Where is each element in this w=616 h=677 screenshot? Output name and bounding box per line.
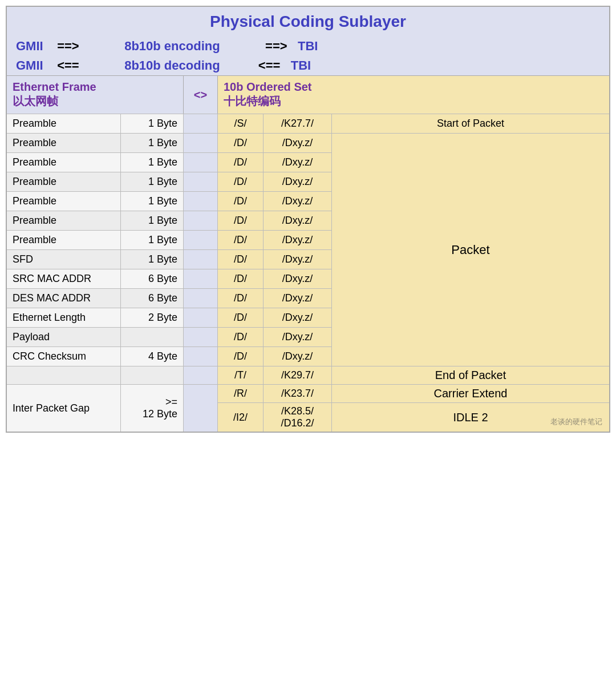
row-7-arrow	[184, 230, 218, 249]
row-5-code2: /Dxy.z/	[264, 191, 332, 211]
ipg-size: >= 12 Byte	[121, 384, 184, 432]
row-2-name: Preamble	[7, 133, 121, 152]
tbi-label-1: TBI	[291, 39, 318, 53]
row-9-name: SRC MAC ADDR	[7, 269, 121, 288]
row-6-code2: /Dxy.z/	[264, 211, 332, 230]
code-label: 10b Ordered Set	[224, 80, 603, 94]
row-14-arrow	[184, 366, 218, 384]
row-12-code2: /Dxy.z/	[264, 327, 332, 346]
ipg-name: Inter Packet Gap	[7, 384, 121, 432]
row-15-code1: /R/	[218, 384, 264, 402]
row-2-code1: /D/	[218, 133, 264, 152]
row-13-code1: /D/	[218, 346, 264, 366]
row-4-code2: /Dxy.z/	[264, 172, 332, 191]
dir-forward-2: ==>	[265, 39, 287, 53]
row-15-code2: /K23.7/	[264, 384, 332, 402]
row-8-name: SFD	[7, 249, 121, 269]
row-5-size: 1 Byte	[121, 191, 184, 211]
dir-backward-2: <==	[258, 58, 281, 72]
header-arrow: <>	[184, 76, 218, 114]
row-11-arrow	[184, 308, 218, 327]
row-7-code2: /Dxy.z/	[264, 230, 332, 249]
gmii-label-1: GMII	[16, 39, 57, 53]
row-3-arrow	[184, 152, 218, 172]
row-13-name: CRC Checksum	[7, 346, 121, 366]
row-16-code1: /I2/	[218, 402, 264, 432]
row-11-name: Ethernet Length	[7, 308, 121, 327]
row-7-code1: /D/	[218, 230, 264, 249]
eth-label: Ethernet Frame	[13, 80, 177, 94]
row-12-code1: /D/	[218, 327, 264, 346]
row-1-arrow	[184, 114, 218, 133]
row-10-size: 6 Byte	[121, 288, 184, 308]
main-grid: Preamble 1 Byte /S/ /K27.7/ Start of Pac…	[7, 114, 609, 432]
table-body: Preamble 1 Byte /S/ /K27.7/ Start of Pac…	[7, 114, 609, 432]
main-container: Physical Coding Sublayer GMII ==> 8b10b …	[6, 6, 610, 433]
row-6-size: 1 Byte	[121, 211, 184, 230]
row-1-code1: /S/	[218, 114, 264, 133]
encoding-row-2: GMII <== 8b10b decoding <== TBI	[7, 56, 609, 75]
row-13-arrow	[184, 346, 218, 366]
row-14-size	[121, 366, 184, 384]
row-9-code2: /Dxy.z/	[264, 269, 332, 288]
row-4-name: Preamble	[7, 172, 121, 191]
gmii-label-2: GMII	[16, 58, 57, 72]
row-11-code2: /Dxy.z/	[264, 308, 332, 327]
row-1-code2: /K27.7/	[264, 114, 332, 133]
row-9-code1: /D/	[218, 269, 264, 288]
row-4-code1: /D/	[218, 172, 264, 191]
row-12-size	[121, 327, 184, 346]
eth-sub: 以太网帧	[13, 94, 177, 109]
row-4-arrow	[184, 172, 218, 191]
code-sub: 十比特编码	[224, 94, 603, 109]
row-4-size: 1 Byte	[121, 172, 184, 191]
row-14-code1: /T/	[218, 366, 264, 384]
row-2-size: 1 Byte	[121, 133, 184, 152]
row-6-name: Preamble	[7, 211, 121, 230]
code2-line1: /K28.5/	[281, 405, 314, 417]
title-row: Physical Coding Sublayer	[7, 7, 609, 37]
row-11-size: 2 Byte	[121, 308, 184, 327]
row-13-size: 4 Byte	[121, 346, 184, 366]
row-12-name: Payload	[7, 327, 121, 346]
row-12-arrow	[184, 327, 218, 346]
row-8-size: 1 Byte	[121, 249, 184, 269]
row-9-arrow	[184, 269, 218, 288]
row-3-code1: /D/	[218, 152, 264, 172]
page-title: Physical Coding Sublayer	[210, 13, 406, 30]
row-5-name: Preamble	[7, 191, 121, 211]
row-2-arrow	[184, 133, 218, 152]
packet-label: Packet	[332, 133, 609, 366]
row-5-arrow	[184, 191, 218, 211]
ipg-arrow	[184, 384, 218, 432]
encoding-row-1: GMII ==> 8b10b encoding ==> TBI	[7, 37, 609, 56]
row-1-size: 1 Byte	[121, 114, 184, 133]
row-16-code2: /K28.5/ /D16.2/	[264, 402, 332, 432]
row-14-label: End of Packet	[332, 366, 609, 384]
row-10-name: DES MAC ADDR	[7, 288, 121, 308]
dir-backward: <==	[57, 58, 79, 72]
dir-forward: ==>	[57, 39, 79, 53]
row-10-code2: /Dxy.z/	[264, 288, 332, 308]
watermark: 老谈的硬件笔记	[550, 417, 602, 427]
row-8-code2: /Dxy.z/	[264, 249, 332, 269]
row-10-arrow	[184, 288, 218, 308]
row-9-size: 6 Byte	[121, 269, 184, 288]
header-row: Ethernet Frame 以太网帧 <> 10b Ordered Set 十…	[7, 75, 609, 114]
row-14-code2: /K29.7/	[264, 366, 332, 384]
row-6-code1: /D/	[218, 211, 264, 230]
row-10-code1: /D/	[218, 288, 264, 308]
row-7-size: 1 Byte	[121, 230, 184, 249]
row-3-name: Preamble	[7, 152, 121, 172]
row-2-code2: /Dxy.z/	[264, 133, 332, 152]
row-11-code1: /D/	[218, 308, 264, 327]
encoding-label: 8b10b encoding	[83, 39, 265, 53]
header-ethernet: Ethernet Frame 以太网帧	[7, 76, 184, 114]
row-13-code2: /Dxy.z/	[264, 346, 332, 366]
code2-line2: /D16.2/	[281, 417, 314, 429]
row-1-name: Preamble	[7, 114, 121, 133]
row-6-arrow	[184, 211, 218, 230]
row-8-code1: /D/	[218, 249, 264, 269]
row-7-name: Preamble	[7, 230, 121, 249]
row-15-label: Carrier Extend	[332, 384, 609, 402]
